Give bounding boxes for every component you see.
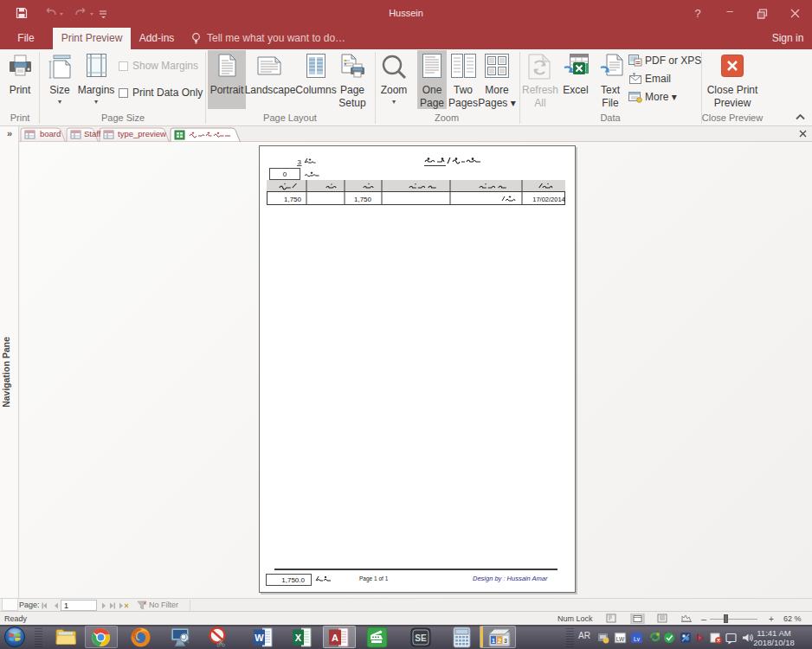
svg-text:1,750: 1,750: [284, 196, 302, 203]
svg-text:2: 2: [498, 638, 501, 644]
svg-text:3: 3: [504, 638, 507, 644]
svg-text:3: 3: [298, 158, 302, 166]
svg-text:W: W: [255, 633, 264, 643]
svg-text:1,750: 1,750: [354, 196, 372, 203]
svg-text:SE: SE: [415, 633, 427, 643]
svg-text:X: X: [295, 633, 302, 643]
svg-text:LW: LW: [616, 636, 625, 642]
svg-text:1: 1: [492, 638, 495, 644]
svg-text:A: A: [332, 633, 338, 643]
svg-text:Lv: Lv: [634, 636, 641, 642]
svg-text:17/02/2014: 17/02/2014: [532, 196, 565, 203]
